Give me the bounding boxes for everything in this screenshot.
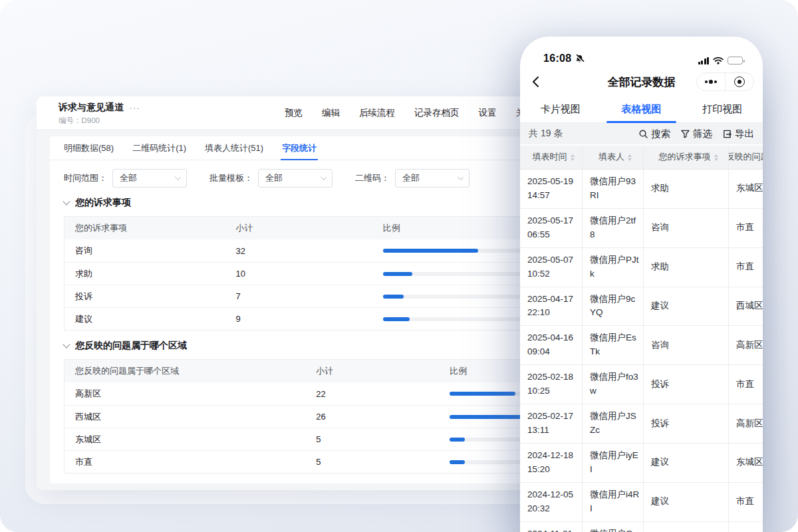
view-tabs: 卡片视图表格视图打印视图 xyxy=(520,96,763,123)
cell-submitter: 微信用户fo3w xyxy=(583,365,644,404)
status-time: 16:08 xyxy=(543,53,571,65)
filter-select[interactable]: 全部 xyxy=(395,169,469,188)
ratio-bar-fill xyxy=(450,438,464,442)
filter-select[interactable]: 全部 xyxy=(258,169,332,188)
cell-area: 高新区 xyxy=(729,404,763,444)
section-title: 您的诉求事项 xyxy=(75,197,131,209)
table-row[interactable]: 2025-02-1713:11微信用户JSZc投诉高新区 xyxy=(520,404,763,444)
cell-appeal-item: 建议 xyxy=(644,483,729,522)
close-circle-icon[interactable] xyxy=(725,73,753,90)
stat-count: 22 xyxy=(305,389,439,399)
subtab-二维码统计(1)[interactable]: 二维码统计(1) xyxy=(132,136,186,160)
stat-count: 5 xyxy=(305,434,439,444)
tab-卡片视图[interactable]: 卡片视图 xyxy=(520,96,601,122)
table-row[interactable]: 2025-05-1706:55微信用户2tf8咨询市直 xyxy=(520,209,763,248)
cell-appeal-item: 咨询 xyxy=(644,326,729,365)
back-icon[interactable] xyxy=(530,75,543,88)
cell-area: 市直 xyxy=(729,365,763,404)
subtab-明细数据(58)[interactable]: 明细数据(58) xyxy=(64,136,114,160)
search-button[interactable]: 搜索 xyxy=(638,128,670,140)
column-label: 填表人 xyxy=(598,150,624,164)
cell-submit-time: 2025-05-1706:55 xyxy=(520,209,583,248)
cell-submit-time: 2025-02-1810:25 xyxy=(520,365,583,404)
bell-muted-icon xyxy=(575,54,585,64)
subtab-字段统计[interactable]: 字段统计 xyxy=(282,136,317,160)
stat-label: 东城区 xyxy=(65,434,305,446)
cell-submit-time: 2025-05-0710:52 xyxy=(520,248,583,287)
cell-area: 高新区 xyxy=(729,326,763,365)
table-row[interactable]: 2025-04-1609:04微信用户EsTk咨询高新区 xyxy=(520,326,763,365)
cell-submitter: 微信用户93RI xyxy=(583,170,644,209)
cell-submitter: 微信用户2tf8 xyxy=(583,209,644,248)
filter-label: 批量模板： xyxy=(209,172,253,184)
nav-item-预览[interactable]: 预览 xyxy=(285,96,303,130)
table-row[interactable]: 2025-04-1722:10微信用户9cYQ建议西城区 xyxy=(520,287,763,327)
cell-area: 市直 xyxy=(729,209,763,248)
cell-appeal-item: 求助 xyxy=(644,248,729,287)
miniprogram-capsule xyxy=(696,72,754,91)
table-row[interactable]: 2024-12-1815:20微信用户iyEI建议东城区 xyxy=(520,444,763,483)
table-row[interactable]: 2025-02-1810:25微信用户fo3w投诉市直 xyxy=(520,365,763,404)
sortable-column-header[interactable]: 填表人 xyxy=(583,146,644,170)
cell-area: 市直 xyxy=(729,483,763,522)
status-bar: 16:08 xyxy=(520,37,763,67)
export-button[interactable]: 导出 xyxy=(722,128,754,140)
stat-label: 市直 xyxy=(65,456,305,468)
column-header: 您的诉求事项 xyxy=(65,222,225,234)
nav-item-设置[interactable]: 设置 xyxy=(479,96,497,130)
stat-count: 7 xyxy=(225,291,372,301)
phone-mockup: 16:08 xyxy=(520,37,763,532)
filter-button[interactable]: 筛选 xyxy=(680,128,712,140)
cell-submitter: 微信用户PJtk xyxy=(583,248,644,287)
sortable-column-header[interactable]: 填表时间 xyxy=(520,146,583,170)
column-header: 小计 xyxy=(225,222,372,234)
nav-item-记录存档页[interactable]: 记录存档页 xyxy=(414,96,460,130)
filter-group: 二维码：全部 xyxy=(355,169,469,188)
record-count: 共 19 条 xyxy=(529,128,563,140)
filter-group: 批量模板：全部 xyxy=(209,169,332,188)
cell-appeal-item: 咨询 xyxy=(644,209,729,248)
cell-appeal-item: 建议 xyxy=(644,287,729,327)
table-row[interactable]: 2024-12-0520:32微信用户i4RI建议市直 xyxy=(520,483,763,522)
records-table: 填表时间填表人您的诉求事项您反映的问题属于哪个区域 2025-05-1914:5… xyxy=(520,146,763,532)
sortable-column-header[interactable]: 您反映的问题属于哪个区域 xyxy=(729,146,763,170)
filter-select[interactable]: 全部 xyxy=(112,169,187,188)
section-title: 您反映的问题属于哪个区域 xyxy=(75,340,187,352)
more-menu-icon[interactable] xyxy=(697,73,725,90)
ratio-bar-fill xyxy=(383,317,410,321)
cellular-signal-icon xyxy=(698,57,710,65)
cell-submitter: 微信用户EsTk xyxy=(583,326,644,365)
column-label: 填表时间 xyxy=(533,150,567,164)
more-icon[interactable]: ··· xyxy=(129,102,140,113)
nav-item-编辑[interactable]: 编辑 xyxy=(322,96,340,130)
stat-count: 32 xyxy=(225,246,372,256)
chevron-down-icon xyxy=(458,174,464,180)
search-icon xyxy=(638,129,648,139)
phone-nav-bar: 全部记录数据 xyxy=(520,67,763,96)
table-toolbar: 共 19 条 搜索 筛选 xyxy=(520,123,763,146)
table-row[interactable]: 2025-05-0710:52微信用户PJtk求助市直 xyxy=(520,248,763,287)
filter-group: 时间范围：全部 xyxy=(64,169,187,188)
sort-icon xyxy=(571,154,575,161)
filter-label: 二维码： xyxy=(355,172,390,184)
stat-label: 投诉 xyxy=(65,291,225,303)
ratio-bar-fill xyxy=(450,460,464,464)
table-row[interactable]: 2024-11-2119:42微信用户OwrA咨询东城区 xyxy=(520,522,763,532)
collapse-chevron-icon xyxy=(63,198,70,205)
cell-submit-time: 2024-12-1815:20 xyxy=(520,444,583,483)
sort-icon xyxy=(628,154,632,161)
cell-submitter: 微信用户i4RI xyxy=(583,483,644,522)
nav-item-后续流程[interactable]: 后续流程 xyxy=(359,96,395,130)
column-header: 您反映的问题属于哪个区域 xyxy=(65,365,305,377)
table-row[interactable]: 2025-05-1914:57微信用户93RI求助东城区 xyxy=(520,170,763,209)
cell-submit-time: 2025-05-1914:57 xyxy=(520,170,583,209)
ratio-bar-fill xyxy=(383,249,479,253)
stat-count: 9 xyxy=(225,314,372,324)
tab-打印视图[interactable]: 打印视图 xyxy=(682,96,763,122)
subtab-填表人统计(51)[interactable]: 填表人统计(51) xyxy=(205,136,263,160)
ratio-bar-fill xyxy=(450,392,515,396)
cell-appeal-item: 投诉 xyxy=(644,365,729,404)
sortable-column-header[interactable]: 您的诉求事项 xyxy=(644,146,729,170)
cell-submit-time: 2024-11-2119:42 xyxy=(520,522,583,532)
tab-表格视图[interactable]: 表格视图 xyxy=(601,96,682,122)
